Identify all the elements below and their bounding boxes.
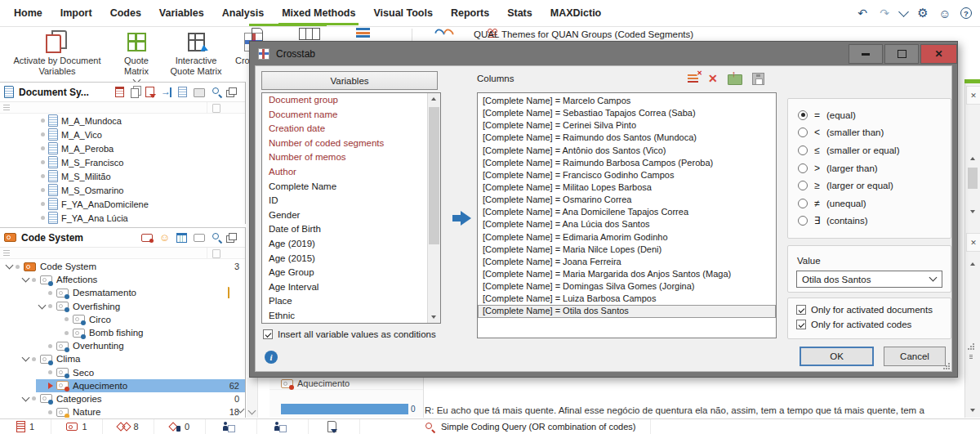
scrollbar[interactable]	[247, 378, 258, 418]
undo-icon[interactable]	[856, 7, 869, 20]
ribbon-button[interactable]: Activate by Document Variables	[5, 27, 109, 83]
menu-tab[interactable]: Codes	[101, 1, 150, 26]
close-icon[interactable]	[966, 233, 980, 252]
code-tree-item[interactable]: Code System 3	[0, 260, 245, 273]
new-document-set-icon[interactable]	[194, 88, 205, 97]
code-tree-item[interactable]: Seco	[0, 366, 245, 379]
new-document-icon[interactable]	[178, 87, 187, 97]
variable-item[interactable]: Gender	[262, 208, 440, 223]
menu-tab[interactable]: Analysis	[213, 1, 273, 26]
resize-grip[interactable]	[943, 363, 950, 369]
code-tree-item[interactable]: Circo	[0, 313, 245, 326]
document-item[interactable]: M_S_Osmarino	[0, 183, 245, 197]
variable-item[interactable]: Number of memos	[262, 150, 440, 165]
operator-option[interactable]: = (equal)	[798, 106, 951, 124]
menu-tab[interactable]: Mixed Methods	[273, 1, 364, 26]
smiley-icon[interactable]	[938, 7, 951, 20]
variable-item[interactable]: Age (2019)	[262, 237, 440, 252]
insert-conditions-checkbox[interactable]	[263, 329, 273, 339]
code-tree-item[interactable]: Aquecimento 62	[0, 379, 245, 392]
cancel-button[interactable]: Cancel	[884, 347, 946, 366]
close-button[interactable]	[920, 44, 957, 64]
scrollbar-thumb[interactable]	[968, 343, 974, 369]
variable-item[interactable]: Place	[262, 294, 440, 309]
document-item[interactable]: F_YA_AnaDomicilene	[0, 197, 245, 211]
radio-button[interactable]	[798, 216, 808, 226]
status-segment[interactable]: 1	[51, 419, 103, 434]
operator-option[interactable]: ≥ (larger or equal)	[798, 177, 951, 195]
open-icon[interactable]	[728, 74, 742, 85]
operator-option[interactable]: > (larger than)	[798, 159, 951, 177]
menu-tab[interactable]: Reports	[442, 1, 498, 26]
info-icon[interactable]: i	[265, 351, 278, 364]
variable-item[interactable]: Age Group	[262, 266, 440, 280]
variable-item[interactable]: Date of Birth	[262, 222, 440, 237]
column-condition-item[interactable]: [Complete Name] = Maria Nilce Lopes (Den…	[478, 244, 776, 256]
new-code-icon[interactable]	[194, 234, 205, 242]
scroll-up-icon[interactable]	[970, 157, 975, 160]
status-segment[interactable]	[309, 419, 360, 434]
column-condition-item[interactable]: [Complete Name] = Antônio dos Santos (Vi…	[478, 145, 776, 157]
document-item[interactable]: F_YA_Ana Lúcia	[0, 211, 245, 225]
code-tree-item[interactable]: Nature 18	[0, 405, 245, 418]
scroll-down-icon[interactable]	[970, 210, 975, 213]
column-condition-item[interactable]: [Complete Name] = Osmarino Correa	[478, 194, 776, 206]
undock-icon[interactable]	[229, 87, 237, 95]
code-tree-item[interactable]: Bomb fishing	[0, 326, 245, 339]
help-icon[interactable]	[960, 7, 972, 19]
expand-chevron-icon[interactable]	[38, 301, 47, 309]
ribbon-button[interactable]: Quote Matrix	[114, 27, 159, 83]
scrollbar-thumb[interactable]	[429, 107, 439, 244]
radio-button[interactable]	[798, 199, 808, 208]
checkbox[interactable]	[796, 305, 806, 315]
code-tree-item[interactable]: Overhunting	[0, 339, 245, 352]
ribbon-item-label[interactable]: QUAL Themes for QUAN Groups (Coded Segme…	[474, 29, 693, 39]
operator-option[interactable]: ≠ (unequal)	[798, 195, 951, 213]
column-condition-item[interactable]: [Complete Name] = Luiza Barbosa Campos	[478, 293, 776, 305]
side-by-side-icon[interactable]	[356, 28, 370, 38]
value-select[interactable]: Otila dos Santos	[796, 271, 942, 288]
variable-item[interactable]: Author	[262, 165, 440, 180]
column-condition-item[interactable]: [Complete Name] = Domingas Silva Gomes (…	[478, 280, 776, 293]
table-outline-icon[interactable]	[299, 28, 320, 40]
code-matrix-icon[interactable]	[176, 233, 187, 243]
column-condition-item[interactable]: [Complete Name] = Ana Lúcia dos Santos	[478, 218, 776, 230]
insert-conditions-row[interactable]: Insert all variable values as conditions	[263, 329, 436, 339]
document-system-filter-row[interactable]	[0, 102, 245, 114]
document-item[interactable]: M_A_Mundoca	[0, 114, 245, 128]
column-condition-item[interactable]: [Complete Name] = Otila dos Santos	[478, 305, 776, 317]
variable-item[interactable]: Ethnic	[262, 309, 440, 324]
variables-scrollbar[interactable]	[427, 93, 440, 323]
menu-tab[interactable]: Home	[5, 1, 51, 26]
column-condition-item[interactable]: [Complete Name] = Francisco Godinho Camp…	[478, 169, 776, 181]
expand-chevron-icon[interactable]	[22, 275, 30, 283]
column-condition-item[interactable]: [Complete Name] = Raimundo Barbosa Campo…	[478, 157, 776, 169]
menu-tab[interactable]: Stats	[498, 1, 541, 26]
status-query-segment[interactable]: Simple Coding Query (OR combination of c…	[360, 419, 651, 434]
ribbon-button[interactable]: Interactive Quote Matrix	[163, 27, 229, 83]
menu-tab[interactable]: Variables	[150, 1, 213, 26]
emoticode-icon[interactable]	[159, 233, 170, 242]
option-row[interactable]: Only for activated codes	[796, 320, 951, 329]
variables-button[interactable]: Variables	[261, 71, 438, 90]
settings-icon[interactable]	[916, 7, 929, 20]
variable-item[interactable]: ID	[262, 194, 440, 208]
variable-item[interactable]: Document name	[262, 108, 440, 123]
column-condition-item[interactable]: [Complete Name] = Ana Domicilene Tapajos…	[478, 206, 776, 218]
minimize-button[interactable]	[849, 44, 883, 64]
scroll-down-icon[interactable]	[431, 315, 436, 319]
status-segment[interactable]	[206, 419, 257, 434]
column-condition-item[interactable]: [Complete Name] = Maria Margarida dos An…	[478, 268, 776, 280]
maximize-button[interactable]	[884, 44, 919, 64]
search-icon[interactable]	[212, 87, 222, 97]
save-icon[interactable]	[752, 73, 764, 85]
menu-tab[interactable]: MAXDictio	[541, 1, 611, 26]
column-condition-item[interactable]: [Complete Name] = Militao Lopes Barbosa	[478, 181, 776, 194]
chevron-down-icon[interactable]	[898, 7, 909, 17]
radio-button[interactable]	[798, 181, 808, 190]
variable-item[interactable]: Age (2015)	[262, 252, 440, 266]
joint-display-icon[interactable]	[435, 28, 452, 38]
close-icon[interactable]	[966, 86, 980, 105]
operator-option[interactable]: ∃ (contains)	[798, 213, 951, 230]
status-segment[interactable]: 1	[0, 419, 51, 434]
